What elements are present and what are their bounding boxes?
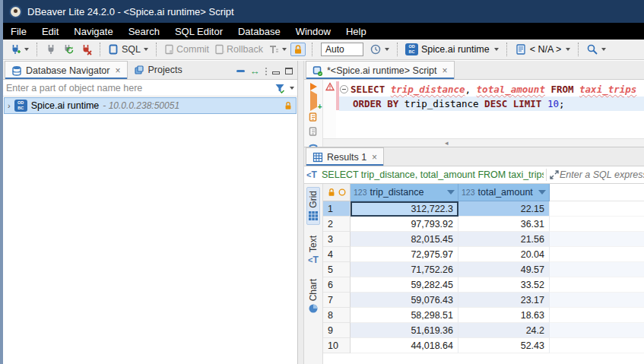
close-icon[interactable]: × [443,65,448,76]
panel-sash[interactable] [298,61,304,364]
active-connection-selector[interactable]: ODBC Spice.ai runtime [404,42,500,57]
filter-icon[interactable] [274,83,285,93]
row-number-cell[interactable]: 3 [323,232,351,247]
cell-total-amount[interactable]: 20.04 [458,247,550,262]
cell-trip-distance[interactable]: 97,793.92 [351,217,458,232]
cell-trip-distance[interactable]: 71,752.26 [351,262,458,277]
sql-expression-input[interactable] [560,169,644,180]
sql-editor-button[interactable]: SQL [106,42,150,57]
menu-help[interactable]: Help [346,26,366,37]
sort-filter-icon[interactable] [447,190,455,195]
column-header-trip-distance[interactable]: 123 trip_distance [351,184,458,201]
tab-projects[interactable]: Projects [128,61,189,79]
object-filter-input[interactable] [6,83,271,93]
disconnect-button[interactable] [78,42,94,57]
header-filler [550,184,644,201]
transaction-mode-button[interactable] [267,43,288,56]
menu-sql-editor[interactable]: SQL Editor [175,26,223,37]
menu-window[interactable]: Window [296,26,331,37]
active-schema-label: < N/A > [530,44,562,55]
column-header-total-amount[interactable]: 123 total_amount [458,184,550,201]
explain-plan-button[interactable] [308,126,319,137]
link-with-editor-icon[interactable]: ↔ [250,68,260,75]
menu-navigate[interactable]: Navigate [74,26,113,37]
close-icon[interactable]: × [372,152,377,163]
collapse-all-icon[interactable] [236,70,245,72]
active-schema-selector[interactable]: < N/A > [513,42,573,57]
cell-total-amount[interactable]: 23.17 [458,293,550,308]
row-number-cell[interactable]: 9 [323,323,351,338]
row-number-cell[interactable]: 1 [323,201,351,217]
cell-total-amount[interactable]: 21.56 [458,232,550,247]
row-number-cell[interactable]: 7 [323,293,351,308]
sql-line-1[interactable]: SELECT trip_distance, total_amount FROM … [339,82,644,97]
connection-tree-item[interactable]: › ODBC Spice.ai runtime - 10.0.0.238:500… [4,97,297,114]
row-filler [550,293,644,308]
execute-script-button[interactable] [308,112,319,122]
cell-total-amount[interactable]: 22.15 [458,201,550,217]
search-button[interactable] [585,42,608,57]
tab-chart[interactable]: Chart [307,276,319,317]
cell-total-amount[interactable]: 24.2 [458,323,550,338]
row-number-cell[interactable]: 6 [323,277,351,293]
chevron-down-icon [144,48,148,51]
cell-total-amount[interactable]: 52.43 [458,338,550,353]
reconnect-button[interactable] [61,42,76,57]
cell-trip-distance[interactable]: 59,282.45 [351,277,458,293]
menu-search[interactable]: Search [128,26,160,37]
row-number-cell[interactable]: 8 [323,308,351,323]
autocommit-combo[interactable]: Auto [321,43,363,56]
connect-button[interactable] [43,42,59,57]
chevron-down-icon[interactable] [290,87,294,90]
cell-total-amount[interactable]: 36.31 [458,217,550,232]
tab-results-1[interactable]: Results 1 × [306,147,384,166]
connection-lock-toggle[interactable] [290,43,306,56]
editor-horizontal-scrollbar[interactable]: ◂ [323,138,644,147]
tab-database-navigator[interactable]: Database Navigator × [5,61,128,79]
cell-trip-distance[interactable]: 312,722.3 [351,201,458,217]
tab-grid[interactable]: Grid [306,187,320,225]
cell-total-amount[interactable]: 49.57 [458,262,550,277]
minimize-icon[interactable] [272,71,280,74]
cell-total-amount[interactable]: 18.63 [458,308,550,323]
close-icon[interactable]: × [115,65,120,76]
view-menu-icon[interactable] [265,68,268,76]
expand-chevron-icon[interactable]: › [8,101,11,110]
new-connection-button[interactable] [8,42,30,57]
cell-total-amount[interactable]: 33.52 [458,277,550,293]
tab-sql-script[interactable]: *<Spice.ai runtime> Script × [306,61,455,79]
sql-code-area[interactable]: SELECT trip_distance, total_amount FROM … [339,80,644,147]
cell-trip-distance[interactable]: 59,076.43 [351,293,458,308]
cell-trip-distance[interactable]: 82,015.45 [351,232,458,247]
cell-trip-distance[interactable]: 58,298.51 [351,308,458,323]
expand-panel-icon[interactable] [549,169,560,180]
lock-icon [293,44,303,55]
cell-trip-distance[interactable]: 51,619.36 [351,323,458,338]
rollback-button[interactable]: Rollback [213,43,265,56]
execute-statement-button[interactable] [310,83,317,90]
sql-line-2[interactable]: ORDER BY trip_distance DESC LIMIT 10; [339,97,644,111]
scroll-left-icon[interactable]: ◂ [445,139,449,147]
execute-new-tab-button[interactable]: + [310,94,317,108]
transaction-log-button[interactable] [368,42,391,57]
row-number-cell[interactable]: 2 [323,217,351,232]
commit-icon [164,44,175,55]
menu-edit[interactable]: Edit [42,26,59,37]
row-number-cell[interactable]: 4 [323,247,351,262]
connection-name: Spice.ai runtime [31,100,100,111]
fold-collapse-icon[interactable] [340,85,348,93]
tab-text[interactable]: Text <T [307,233,319,268]
sql-keyword: SELECT [351,84,385,95]
row-number-cell[interactable]: 5 [323,262,351,277]
grid-corner-cell[interactable] [323,184,351,201]
odbc-badge-bottom: BC [17,106,24,111]
sort-filter-icon[interactable] [538,190,546,195]
cell-trip-distance[interactable]: 72,975.97 [351,247,458,262]
menu-file[interactable]: File [11,26,27,37]
row-number-cell[interactable]: 10 [323,338,351,353]
results-filter-sql[interactable]: SELECT trip_distance, total_amount FROM … [322,169,544,180]
cell-trip-distance[interactable]: 44,018.64 [351,338,458,353]
commit-button[interactable]: Commit [163,43,211,56]
menu-database[interactable]: Database [238,26,281,37]
maximize-icon[interactable] [285,68,293,74]
